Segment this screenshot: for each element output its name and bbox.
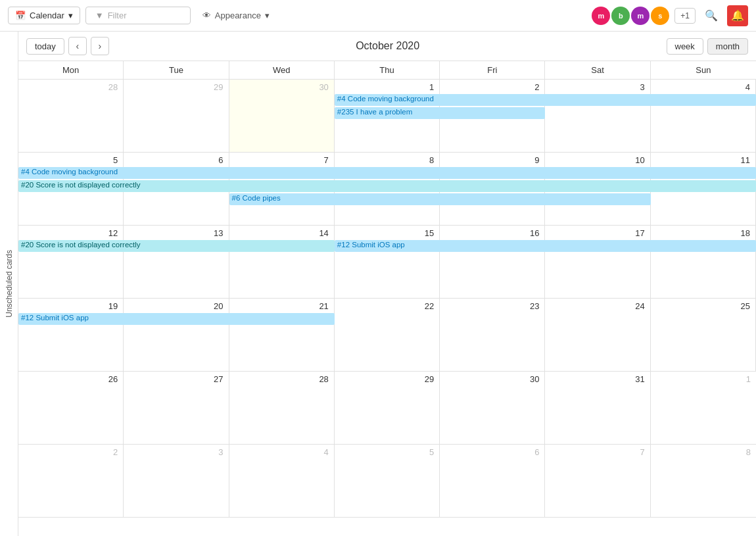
- day-header-tue: Tue: [124, 61, 229, 79]
- unscheduled-sidebar[interactable]: Unscheduled cards: [0, 32, 18, 536]
- cal-cell-w2d5[interactable]: 17: [545, 226, 650, 298]
- day-number: 5: [337, 446, 437, 458]
- cal-cell-w3d6[interactable]: 25: [651, 299, 756, 371]
- avatar-s[interactable]: s: [651, 7, 669, 25]
- appearance-label: Appearance: [215, 11, 261, 20]
- cal-cell-w0d2[interactable]: 30: [229, 80, 335, 152]
- cal-cell-w3d3[interactable]: 22: [335, 299, 440, 371]
- day-number: 19: [21, 300, 120, 312]
- day-header-sun: Sun: [651, 61, 756, 79]
- bell-button[interactable]: 🔔: [727, 5, 748, 26]
- cal-cell-w5d2[interactable]: 4: [229, 445, 335, 517]
- cal-cell-w5d1[interactable]: 3: [124, 445, 229, 517]
- cal-cell-w2d0[interactable]: 12: [18, 226, 124, 298]
- day-header-mon: Mon: [18, 61, 124, 79]
- event-bar[interactable]: #4 Code moving background: [335, 94, 756, 106]
- cal-cell-w2d3[interactable]: 15: [335, 226, 440, 298]
- cal-cell-w3d4[interactable]: 23: [440, 299, 545, 371]
- day-number: 24: [548, 300, 647, 312]
- cal-cell-w3d0[interactable]: 19: [18, 299, 124, 371]
- cal-cell-w0d0[interactable]: 28: [18, 80, 124, 152]
- avatar-m2[interactable]: m: [631, 7, 650, 25]
- day-header-fri: Fri: [440, 61, 545, 79]
- day-number: 30: [442, 373, 542, 385]
- cal-cell-w4d2[interactable]: 28: [229, 372, 335, 444]
- day-header-thu: Thu: [335, 61, 440, 79]
- cal-cell-w0d6[interactable]: 4: [651, 80, 756, 152]
- event-bar[interactable]: #6 Code pipes: [229, 193, 651, 205]
- cal-cell-w3d5[interactable]: 24: [545, 299, 650, 371]
- next-button[interactable]: ›: [91, 37, 109, 55]
- day-number: 15: [337, 227, 437, 239]
- event-bar[interactable]: #12 Submit iOS app: [335, 240, 756, 252]
- calendar-chevron-icon: ▾: [68, 11, 73, 20]
- cal-cell-w5d5[interactable]: 7: [545, 445, 650, 517]
- filter-icon: ▼: [95, 11, 104, 20]
- cal-cell-w2d1[interactable]: 13: [124, 226, 229, 298]
- cal-week-3: 19202122232425#12 Submit iOS app: [18, 299, 756, 372]
- day-number: 23: [442, 300, 542, 312]
- event-bar[interactable]: #4 Code moving background: [18, 167, 756, 179]
- filter-placeholder: Filter: [108, 11, 127, 20]
- cal-cell-w4d4[interactable]: 30: [440, 372, 545, 444]
- cal-cell-w3d2[interactable]: 21: [229, 299, 335, 371]
- more-avatars-button[interactable]: +1: [674, 8, 696, 24]
- day-number: 27: [126, 373, 225, 385]
- day-number: 12: [21, 227, 120, 239]
- day-number: 1: [653, 373, 753, 385]
- day-number: 5: [21, 154, 120, 166]
- avatar-b[interactable]: b: [611, 7, 630, 25]
- day-number: 7: [548, 446, 647, 458]
- calendar-button[interactable]: 📅 Calendar ▾: [8, 7, 80, 24]
- day-number: 25: [653, 300, 753, 312]
- cal-cell-w0d5[interactable]: 3: [545, 80, 650, 152]
- day-number: 31: [548, 373, 647, 385]
- cal-cell-w4d6[interactable]: 1: [651, 372, 756, 444]
- cal-cell-w3d1[interactable]: 20: [124, 299, 229, 371]
- toolbar: 📅 Calendar ▾ ▼ Filter 👁 Appearance ▾ m b…: [0, 0, 756, 32]
- cal-cell-w2d2[interactable]: 14: [229, 226, 335, 298]
- cal-cell-w5d6[interactable]: 8: [651, 445, 756, 517]
- day-number: 14: [232, 227, 331, 239]
- day-number: 4: [653, 81, 753, 93]
- cal-body: 2829301234#4 Code moving background#235 …: [18, 80, 756, 518]
- cal-cell-w4d0[interactable]: 26: [18, 372, 124, 444]
- filter-button[interactable]: ▼ Filter: [85, 7, 191, 24]
- day-number: 28: [21, 81, 120, 93]
- today-button[interactable]: today: [26, 38, 64, 55]
- cal-cell-w4d1[interactable]: 27: [124, 372, 229, 444]
- event-bar[interactable]: #235 I have a problem: [335, 107, 546, 119]
- day-number: 3: [126, 446, 225, 458]
- day-number: 21: [232, 300, 331, 312]
- day-number: 29: [337, 373, 437, 385]
- avatar-m1[interactable]: m: [592, 7, 610, 25]
- day-number: 26: [21, 373, 120, 385]
- day-number: 1: [337, 81, 437, 93]
- day-header-sat: Sat: [545, 61, 650, 79]
- toolbar-right: m b m s +1 🔍 🔔: [592, 5, 748, 26]
- cal-cell-w5d4[interactable]: 6: [440, 445, 545, 517]
- cal-cell-w4d3[interactable]: 29: [335, 372, 440, 444]
- cal-header-row: MonTueWedThuFriSatSun: [18, 61, 756, 80]
- cal-cell-w4d5[interactable]: 31: [545, 372, 650, 444]
- day-number: 6: [126, 154, 225, 166]
- cal-week-2: 12131415161718#20 Score is not displayed…: [18, 226, 756, 299]
- week-button[interactable]: week: [667, 38, 703, 55]
- day-number: 10: [548, 154, 647, 166]
- cal-cell-w0d1[interactable]: 29: [124, 80, 229, 152]
- day-number: 17: [548, 227, 647, 239]
- search-button[interactable]: 🔍: [701, 5, 722, 26]
- prev-button[interactable]: ‹: [68, 37, 87, 55]
- cal-cell-w5d3[interactable]: 5: [335, 445, 440, 517]
- event-bar[interactable]: #20 Score is not displayed correctly: [18, 180, 756, 192]
- calendar-container: today ‹ › October 2020 week month MonTue…: [18, 32, 756, 536]
- appearance-button[interactable]: 👁 Appearance ▾: [196, 7, 276, 24]
- month-button[interactable]: month: [707, 38, 748, 55]
- day-number: 22: [337, 300, 437, 312]
- cal-cell-w5d0[interactable]: 2: [18, 445, 124, 517]
- cal-cell-w2d4[interactable]: 16: [440, 226, 545, 298]
- calendar-label: Calendar: [30, 11, 64, 20]
- event-bar[interactable]: #12 Submit iOS app: [18, 313, 335, 325]
- cal-cell-w2d6[interactable]: 18: [651, 226, 756, 298]
- event-bar[interactable]: #20 Score is not displayed correctly: [18, 240, 335, 252]
